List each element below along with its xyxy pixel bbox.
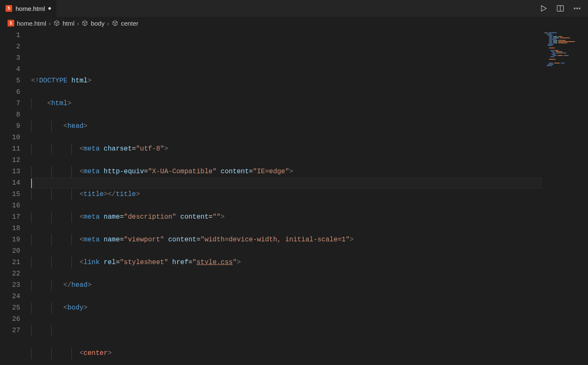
breadcrumb-item[interactable]: body [91, 20, 105, 27]
line-number: 3 [0, 53, 20, 64]
breadcrumb-file[interactable]: home.html [17, 20, 46, 27]
line-number: 10 [0, 132, 20, 143]
tab-actions [539, 4, 588, 13]
line-number: 21 [0, 257, 20, 268]
line-number-gutter: 1 2 3 4 5 6 7 8 9 10 11 12 13 14 15 16 1… [0, 29, 31, 365]
line-number: 2 [0, 41, 20, 53]
run-icon[interactable] [539, 4, 548, 13]
svg-point-2 [574, 8, 575, 9]
line-number: 7 [0, 98, 20, 109]
breadcrumb-item[interactable]: html [63, 20, 74, 27]
line-number: 24 [0, 291, 20, 302]
current-line-highlight [31, 177, 542, 189]
more-icon[interactable] [573, 4, 581, 13]
line-number: 11 [0, 143, 20, 155]
line-number: 15 [0, 189, 20, 200]
line-number: 16 [0, 200, 20, 212]
line-number: 23 [0, 280, 20, 291]
svg-point-3 [577, 8, 578, 9]
breadcrumb-item[interactable]: center [121, 20, 139, 27]
line-number: 14 [0, 177, 20, 189]
line-number: 20 [0, 246, 20, 257]
symbol-icon [81, 20, 88, 26]
line-number: 27 [0, 325, 20, 336]
line-number: 18 [0, 223, 20, 234]
line-number: 1 [0, 30, 20, 41]
breadcrumb[interactable]: 5 home.html › html › body › center [0, 17, 588, 29]
line-number: 6 [0, 87, 20, 98]
line-number: 22 [0, 268, 20, 280]
tab-filename: home.html [16, 5, 45, 12]
html-file-icon: 5 [5, 5, 13, 12]
symbol-icon [53, 20, 60, 26]
line-number: 12 [0, 155, 20, 166]
editor-tab[interactable]: 5 home.html ● [0, 0, 56, 17]
line-number: 4 [0, 64, 20, 75]
minimap[interactable] [542, 29, 588, 365]
cursor [31, 179, 32, 188]
line-number: 13 [0, 166, 20, 177]
chevron-right-icon: › [49, 20, 51, 27]
svg-point-4 [579, 8, 580, 9]
chevron-right-icon: › [77, 20, 79, 27]
line-number: 9 [0, 121, 20, 132]
line-number: 26 [0, 314, 20, 325]
line-number: 17 [0, 212, 20, 223]
symbol-icon [112, 20, 118, 26]
tab-bar: 5 home.html ● [0, 0, 588, 17]
html-file-icon: 5 [8, 20, 14, 26]
tab-dirty-icon: ● [48, 5, 51, 12]
line-number: 5 [0, 75, 20, 87]
split-editor-icon[interactable] [556, 4, 564, 13]
chevron-right-icon: › [107, 20, 109, 27]
line-number: 19 [0, 234, 20, 246]
line-number: 25 [0, 302, 20, 314]
line-number: 8 [0, 109, 20, 121]
editor[interactable]: 1 2 3 4 5 6 7 8 9 10 11 12 13 14 15 16 1… [0, 29, 588, 365]
code-content[interactable]: <!DOCTYPE html> <html> <head> <meta char… [31, 29, 542, 365]
